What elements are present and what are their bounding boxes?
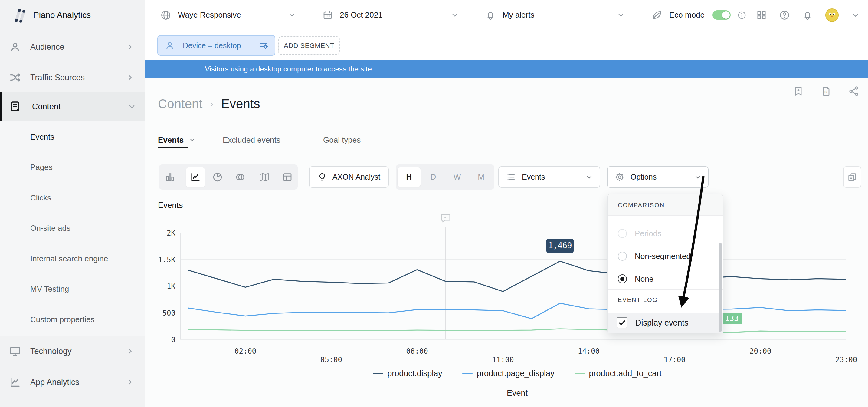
leaf-icon: [651, 9, 662, 21]
sidebar-subitem-custom-properties[interactable]: Custom properties: [0, 307, 145, 332]
date-picker[interactable]: 26 Oct 2021: [308, 0, 471, 30]
avatar[interactable]: [825, 8, 839, 22]
venn-diagram-icon[interactable]: [235, 172, 246, 183]
info-icon[interactable]: [737, 10, 746, 20]
chevron-down-icon: [288, 11, 296, 19]
tab-excluded-events[interactable]: Excluded events: [223, 132, 280, 148]
topbar: Waye Responsive 26 Oct 2021 My alerts: [145, 0, 868, 30]
radio-none[interactable]: None: [608, 269, 723, 289]
brand: Piano Analytics: [0, 0, 145, 30]
svg-text:2K: 2K: [167, 229, 176, 237]
sidebar-subitem-pages[interactable]: Pages: [0, 155, 145, 180]
site-name: Waye Responsive: [178, 10, 241, 20]
tab-goal-types[interactable]: Goal types: [323, 132, 361, 148]
radio-selected-icon: [618, 274, 627, 284]
export-document-icon[interactable]: D: [821, 86, 832, 96]
sidebar-subitem-events[interactable]: Events: [0, 124, 145, 149]
sidebar-item-technology[interactable]: Technology: [0, 337, 145, 365]
sidebar-subitem-mv-testing[interactable]: MV Testing: [0, 277, 145, 301]
alerts-picker[interactable]: My alerts: [471, 0, 637, 30]
events-line-chart[interactable]: 05001K1.5K2K02:0005:0008:0011:0014:0017:…: [145, 212, 868, 367]
options-menu: COMPARISON Periods Non-segmented None EV…: [607, 194, 723, 333]
options-dropdown-button[interactable]: Options: [607, 166, 709, 188]
comparison-section-header: COMPARISON: [608, 195, 723, 215]
sidebar-item-label: Content: [32, 102, 61, 111]
add-segment-button[interactable]: ADD SEGMENT: [278, 36, 340, 55]
segment-bar: Device = desktop ADD SEGMENT: [145, 30, 868, 60]
list-icon: [506, 172, 516, 182]
breadcrumb-current: Events: [221, 96, 260, 111]
x-axis-title: Event: [188, 388, 846, 398]
sidebar-item-traffic-sources[interactable]: Traffic Sources: [0, 64, 145, 91]
person-icon: [9, 41, 21, 53]
calendar-icon: [322, 10, 333, 21]
data-point-badge: 133: [721, 313, 742, 324]
chevron-down-icon: [128, 103, 136, 111]
granularity-week[interactable]: W: [446, 165, 469, 190]
options-label: Options: [630, 173, 656, 181]
annotation-comment-icon[interactable]: [440, 213, 452, 224]
map-icon[interactable]: [259, 172, 270, 183]
copy-widget-button[interactable]: [843, 166, 861, 188]
breadcrumb-parent[interactable]: Content: [158, 96, 203, 111]
notifications-bell-icon[interactable]: [802, 10, 813, 21]
sidebar-item-app-analytics[interactable]: App Analytics: [0, 368, 145, 396]
sidebar-subitem-clicks[interactable]: Clicks: [0, 185, 145, 210]
sidebar-subitem-internal-search-engine[interactable]: Internal search engine: [0, 246, 145, 271]
axon-analyst-button[interactable]: AXON Analyst: [309, 166, 389, 188]
gear-icon: [615, 172, 624, 182]
eco-mode-toggle[interactable]: [712, 10, 731, 20]
pie-chart-icon[interactable]: [212, 172, 223, 183]
chevron-down-icon: [451, 11, 459, 19]
svg-text:14:00: 14:00: [578, 347, 600, 355]
site-picker[interactable]: Waye Responsive: [145, 0, 308, 30]
piano-analytics-logo-icon: [13, 7, 27, 23]
help-icon[interactable]: [779, 10, 790, 21]
svg-text:05:00: 05:00: [320, 355, 342, 364]
radio-icon: [618, 252, 627, 261]
table-icon[interactable]: [282, 172, 293, 183]
radio-non-segmented[interactable]: Non-segmented: [608, 246, 723, 266]
checkbox-display-events[interactable]: Display events: [608, 313, 723, 333]
svg-text:0: 0: [171, 336, 176, 344]
sidebar-item-label: App Analytics: [30, 378, 79, 387]
checkbox-checked-icon: [617, 317, 627, 328]
brand-name: Piano Analytics: [33, 10, 91, 20]
chart-legend: product.displayproduct.page_displayprodu…: [188, 369, 846, 378]
chevron-right-icon: [126, 347, 134, 355]
svg-text:11:00: 11:00: [492, 355, 514, 364]
granularity-month[interactable]: M: [470, 165, 493, 190]
sidebar-subitem-on-site-ads[interactable]: On-site ads: [0, 215, 145, 240]
granularity-hour[interactable]: H: [398, 165, 421, 190]
sidebar-item-label: Traffic Sources: [30, 73, 85, 82]
sidebar-item-content[interactable]: Content: [0, 92, 145, 121]
line-chart-icon[interactable]: [190, 172, 201, 183]
data-point-tooltip: 1,469: [547, 239, 574, 253]
bell-icon: [485, 10, 496, 21]
svg-text:23:00: 23:00: [835, 355, 857, 364]
sidebar-item-label: Audience: [30, 42, 64, 52]
metric-select[interactable]: Events: [498, 166, 600, 188]
tab-events[interactable]: Events: [158, 132, 195, 148]
chevron-down-icon: [586, 174, 593, 181]
chevron-right-icon: [126, 43, 134, 51]
segment-chip-device-desktop[interactable]: Device = desktop: [157, 35, 275, 56]
monitor-icon: [9, 345, 21, 357]
segment-description-banner: Visitors using a desktop computer to acc…: [145, 60, 868, 78]
eco-mode-label: Eco mode: [669, 10, 705, 20]
share-icon[interactable]: [849, 86, 860, 96]
segment-settings-icon[interactable]: [258, 40, 269, 51]
bookmark-icon[interactable]: [793, 86, 804, 96]
sidebar-item-audience[interactable]: Audience: [0, 33, 145, 61]
menu-divider: [608, 289, 723, 290]
svg-text:08:00: 08:00: [406, 347, 428, 355]
bar-chart-icon[interactable]: [164, 172, 176, 183]
topbar-utilities: [756, 0, 868, 30]
svg-text:17:00: 17:00: [663, 355, 685, 364]
menu-scrollbar[interactable]: [719, 243, 721, 332]
granularity-day[interactable]: D: [422, 165, 445, 190]
tabs-divider: [145, 148, 868, 148]
account-chevron-down-icon[interactable]: [851, 10, 860, 20]
app-grid-icon[interactable]: [756, 10, 767, 21]
report-actions: D: [793, 86, 860, 96]
